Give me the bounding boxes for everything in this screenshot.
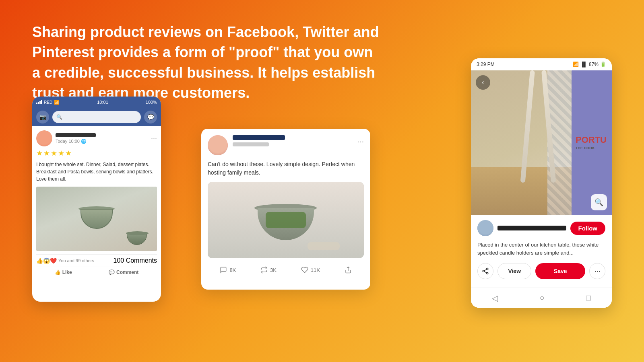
fb-post-header: Today 10:00 🌐 ··· bbox=[36, 130, 157, 146]
pin-username-bar bbox=[497, 226, 566, 230]
book-cover: PORTU THE COOK bbox=[572, 70, 612, 215]
tw-actions: 8K 3K 11K bbox=[201, 263, 370, 277]
pinterest-phone: 3:29 PM 📶 ▐▌ 87% 🔋 PORTU THE COOK ‹ 🔍 bbox=[471, 58, 612, 308]
fb-network-label: RED bbox=[44, 100, 52, 105]
fb-review-text: I bought the whole set. Dinner, Salad, d… bbox=[36, 161, 157, 183]
fb-post: Today 10:00 🌐 ··· ★★★★★ I bought the who… bbox=[32, 126, 161, 279]
pin-nav-recent-icon[interactable]: □ bbox=[586, 293, 591, 302]
tw-reply-button[interactable]: 8K bbox=[220, 266, 236, 274]
pin-follow-button[interactable]: Follow bbox=[570, 222, 606, 235]
fb-search-icon: 🔍 bbox=[56, 114, 62, 120]
fb-reactions: 👍😱❤️ You and 99 others 100 Comments bbox=[36, 254, 157, 267]
pin-wifi-icon: 📶 bbox=[573, 62, 579, 67]
pin-battery-icon: 🔋 bbox=[600, 62, 606, 67]
tw-retweet-icon bbox=[260, 266, 268, 274]
pin-view-button[interactable]: View bbox=[497, 263, 531, 279]
pin-lens-icon[interactable]: 🔍 bbox=[591, 194, 607, 210]
fb-nav: 📷 🔍 💬 bbox=[32, 108, 161, 126]
fb-wifi-icon: 📶 bbox=[54, 100, 60, 105]
pin-hero-image: PORTU THE COOK ‹ 🔍 bbox=[471, 70, 612, 215]
fb-star-rating: ★★★★★ bbox=[36, 149, 157, 158]
fb-status-left: RED 📶 bbox=[36, 100, 60, 105]
chopstick-1 bbox=[520, 70, 535, 183]
fb-messenger-icon[interactable]: 💬 bbox=[144, 111, 157, 123]
pin-more-options-icon[interactable]: ··· bbox=[589, 263, 605, 279]
pin-nav-home-icon[interactable]: ○ bbox=[539, 293, 544, 302]
tw-more-options-icon[interactable]: ··· bbox=[357, 137, 364, 146]
twitter-phone: ··· Can't do without these. Lovely simpl… bbox=[201, 129, 370, 290]
fb-more-options-icon[interactable]: ··· bbox=[151, 134, 157, 143]
tw-retweet-button[interactable]: 3K bbox=[260, 266, 277, 274]
tw-post-header: ··· bbox=[201, 129, 370, 160]
fb-username-bar bbox=[56, 133, 96, 137]
fb-reactions-count: You and 99 others bbox=[58, 258, 94, 263]
tw-like-button[interactable]: 11K bbox=[301, 266, 320, 274]
fb-status-bar: RED 📶 10:01 100% bbox=[32, 97, 161, 108]
pin-status-right: 📶 ▐▌ 87% 🔋 bbox=[573, 62, 606, 67]
pin-battery-level: 87% bbox=[589, 62, 599, 67]
fb-battery: 100% bbox=[146, 100, 157, 105]
pin-share-button[interactable] bbox=[477, 263, 493, 279]
pin-nav-bar: ◁ ○ □ bbox=[471, 288, 612, 308]
pin-action-bar: View Save ··· bbox=[477, 263, 605, 279]
headline: Sharing product reviews on Facebook, Twi… bbox=[32, 22, 382, 103]
tw-username-bar bbox=[233, 135, 285, 140]
pin-user-row: Follow bbox=[477, 220, 605, 236]
fb-post-meta: Today 10:00 🌐 bbox=[56, 133, 148, 144]
pin-back-button[interactable]: ‹ bbox=[476, 75, 490, 90]
svg-point-2 bbox=[486, 272, 488, 274]
tw-handle-bar bbox=[233, 142, 269, 146]
book-title-2: THE COOK bbox=[576, 146, 608, 150]
tw-user-avatar bbox=[208, 135, 228, 155]
fb-post-time: Today 10:00 🌐 bbox=[56, 139, 148, 144]
fb-time: 10:01 bbox=[97, 100, 108, 105]
svg-point-0 bbox=[486, 268, 488, 270]
tw-share-button[interactable] bbox=[345, 266, 352, 274]
pin-signal-icon: ▐▌ bbox=[580, 62, 587, 67]
tw-share-icon bbox=[345, 266, 352, 274]
tw-reply-count: 8K bbox=[229, 267, 236, 273]
pin-nav-back-icon[interactable]: ◁ bbox=[492, 293, 498, 303]
fb-globe-icon: 🌐 bbox=[81, 139, 87, 144]
facebook-phone: RED 📶 10:01 100% 📷 🔍 💬 Today 10:00 🌐 bbox=[32, 97, 161, 302]
tw-like-count: 11K bbox=[311, 267, 320, 273]
pin-status-bar: 3:29 PM 📶 ▐▌ 87% 🔋 bbox=[471, 58, 612, 70]
tw-retweet-count: 3K bbox=[270, 267, 277, 273]
fb-user-avatar bbox=[36, 130, 52, 146]
fb-reactions-left: 👍😱❤️ You and 99 others bbox=[36, 257, 94, 264]
pin-save-button[interactable]: Save bbox=[535, 263, 585, 279]
pin-content: Follow Placed in the center of our kitch… bbox=[471, 215, 612, 284]
pin-time: 3:29 PM bbox=[477, 62, 495, 67]
pin-description: Placed in the center of our kitchen tabl… bbox=[477, 241, 605, 257]
fb-product-image bbox=[36, 187, 157, 251]
svg-point-1 bbox=[483, 270, 485, 272]
svg-line-4 bbox=[484, 269, 486, 271]
fb-reaction-icons: 👍😱❤️ bbox=[36, 257, 57, 264]
book-title-1: PORTU bbox=[576, 136, 608, 144]
fb-like-icon: 👍 bbox=[55, 269, 61, 275]
tw-media-image bbox=[208, 182, 364, 258]
fb-comment-icon: 💬 bbox=[109, 269, 115, 275]
fb-comments-count: 100 Comments bbox=[114, 257, 157, 264]
fb-actions: 👍 Like 💬 Comment bbox=[36, 269, 157, 275]
fb-comment-button[interactable]: 💬 Comment bbox=[109, 269, 138, 275]
tw-reply-icon bbox=[220, 266, 227, 274]
signal-bars-icon bbox=[36, 100, 42, 104]
fb-like-button[interactable]: 👍 Like bbox=[55, 269, 72, 275]
tw-like-icon bbox=[301, 266, 308, 274]
pin-share-icon bbox=[482, 267, 489, 275]
pin-user-avatar bbox=[477, 220, 493, 236]
fb-search-bar[interactable]: 🔍 bbox=[52, 111, 141, 123]
fb-camera-icon[interactable]: 📷 bbox=[36, 111, 49, 123]
svg-line-3 bbox=[484, 272, 486, 273]
tw-user-info bbox=[233, 135, 352, 146]
tw-content-text: Can't do without these. Lovely simple de… bbox=[201, 160, 370, 182]
